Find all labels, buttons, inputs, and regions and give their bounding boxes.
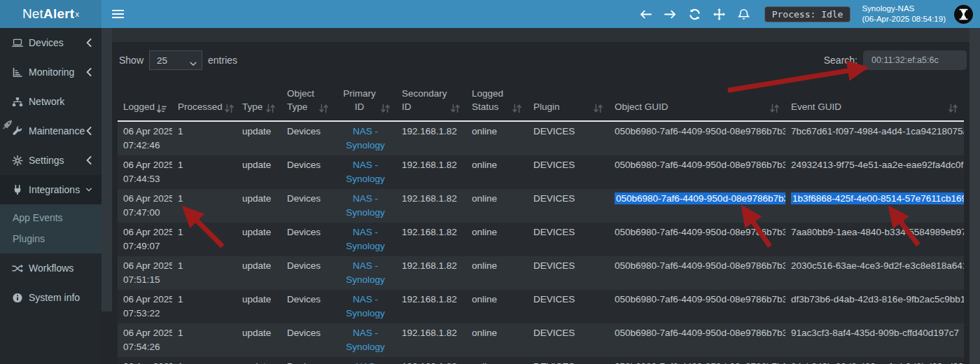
primary-id-link[interactable]: NAS [356,361,375,364]
column-header-logged-status[interactable]: Logged Status [466,83,528,121]
entries-select-value: 25 [157,55,167,66]
column-label: Logged Status [472,87,510,113]
sidebar-item-label: Workflows [29,262,86,274]
device-info: Synology-NAS (06-Apr-2025 08:54:19) [862,4,946,24]
sidebar-item-label: Settings [29,155,86,166]
brand-thin: Net [22,6,43,22]
column-label: Primary ID [340,87,379,113]
object-guid: 050b6980-7af6-4409-950d-08e9786b7b33 [615,227,785,237]
column-label: Event GUID [791,100,946,113]
move-icon[interactable] [713,8,725,20]
sort-both-icon [769,104,780,113]
sidebar-item-monitoring[interactable]: Monitoring [0,57,102,87]
primary-id-link[interactable]: NAS - Synology [346,294,385,318]
column-label: Plugin [533,100,592,113]
sort-both-icon [948,104,958,113]
hamburger-menu-icon[interactable] [112,9,124,19]
event-guid: 7bc67d61-f097-4984-a4d4-1ca94218075a [791,126,964,136]
sidebar-scrollbar-thumb[interactable] [102,28,112,312]
chart-icon [11,66,23,78]
table-row[interactable]: 06 Apr 2025,07:53:22 1 update Devices NA… [118,290,964,323]
page-scrollbar[interactable] [969,28,980,364]
event-guid: 1b3f6868-425f-4e00-8514-57e7611cb169 [791,192,964,204]
events-panel: Show 25 entries Search: Logged Processed… [112,42,969,364]
hourglass-icon [958,8,969,20]
primary-id-link[interactable]: NAS - Synology [346,160,385,184]
sidebar-item-integrations[interactable]: Integrations [0,175,102,204]
sort-both-icon [380,104,391,113]
forward-icon[interactable] [664,8,676,20]
table-controls: Show 25 entries Search: [112,42,969,70]
sidebar-scrollbar[interactable] [102,28,112,364]
table-row[interactable]: 06 Apr 2025,07:54:26 1 update Devices NA… [118,323,964,357]
shuffle-icon [11,262,23,274]
event-guid: 7aa80bb9-1aea-4840-b334-5584989eb972 [791,227,964,237]
chevron-left-icon [86,68,94,76]
column-header-processed[interactable]: Processed [172,83,237,121]
sort-both-icon [224,104,234,113]
sidebar-item-settings[interactable]: Settings [0,146,102,175]
chevron-left-icon [86,38,94,47]
rocket-icon [1,119,13,131]
column-header-primary-id[interactable]: Primary ID [335,83,396,121]
column-header-object-guid[interactable]: Object GUID [609,83,785,121]
column-header-logged[interactable]: Logged [118,83,172,121]
sidebar-item-devices[interactable]: Devices [0,28,102,57]
primary-id-link[interactable]: NAS - Synology [346,260,385,285]
chevron-left-icon [86,127,94,135]
sidebar-item-maintenance[interactable]: Maintenance [0,116,102,146]
chevron-down-icon [86,186,94,194]
search-input[interactable] [863,50,967,70]
sidebar-item-system-info[interactable]: System info [0,283,102,312]
primary-id-link[interactable]: NAS - Synology [346,126,385,150]
sort-both-icon [512,104,522,113]
device-timestamp: (06-Apr-2025 08:54:19) [862,14,946,24]
device-name: Synology-NAS [862,4,946,14]
table-row[interactable]: 06 Apr 2025,07:49:07 1 update Devices NA… [118,223,964,256]
avatar[interactable] [954,5,973,24]
object-guid: 050b6980-7af6-4409-950d-08e9786b7b33 [615,192,785,204]
events-table-header: Logged Processed Type Object Type Primar… [118,83,964,121]
sort-both-icon [318,104,329,113]
column-header-plugin[interactable]: Plugin [528,83,609,121]
table-row[interactable]: 06 Apr 2025,07:42:46 1 update Devices NA… [118,121,964,155]
sidebar-item-plugins[interactable]: Plugins [0,228,102,249]
object-guid: 050b6980-7af6-4409-950d-08e9786b7b33 [615,328,785,338]
column-label: Object Type [287,87,317,113]
bell-icon[interactable] [738,8,750,20]
entries-label: entries [208,55,237,66]
sidebar-item-app-events[interactable]: App Events [0,207,102,228]
event-guid: 24932413-9f75-4e51-aa2e-eae92fa4dc0f [791,160,963,170]
event-guid: 84cb842b-83d2-400a-afed-3d6bd62ed00f [791,361,964,364]
column-header-secondary-id[interactable]: Secondary ID [396,83,466,121]
table-row[interactable]: 06 Apr 2025,07:47:00 1 update Devices NA… [118,189,964,223]
sidebar-item-network[interactable]: Network [0,87,102,116]
sidebar-item-label: Monitoring [29,66,86,78]
app-logo[interactable]: NetAlertx [0,0,102,28]
primary-id-link[interactable]: NAS - Synology [346,328,385,352]
table-row[interactable]: 06 Apr 2025,07:51:15 1 update Devices NA… [118,256,964,290]
primary-id-link[interactable]: NAS - Synology [346,193,385,218]
table-row[interactable]: 06 Apr 2025,07:44:53 1 update Devices NA… [118,155,964,189]
object-guid: 050b6980-7af6-4409-950d-08e9786b7b33 [615,294,785,304]
brand-sup: x [75,10,79,18]
column-header-type[interactable]: Type [237,83,281,121]
entries-select[interactable]: 25 [149,50,202,70]
search-label: Search: [824,55,858,66]
object-guid: 050b6980-7af6-4409-950d-08e9786b7b33 [615,126,785,136]
table-row[interactable]: 06 Apr 2025, 1 update Devices NAS 192.16… [118,357,964,364]
primary-id-link[interactable]: NAS - Synology [346,227,385,251]
sort-both-icon [265,104,276,113]
sidebar-nav: Devices Monitoring Network Maintenance S… [0,28,102,364]
chevron-left-icon [86,156,94,164]
column-label: Processed [178,100,223,113]
brand-bold: Alert [43,6,74,22]
back-icon[interactable] [640,8,652,20]
sidebar-item-workflows[interactable]: Workflows [0,253,102,283]
sidebar-item-label: Maintenance [29,125,86,136]
show-label: Show [119,55,144,66]
column-header-object-type[interactable]: Object Type [281,83,335,121]
main-content: Show 25 entries Search: Logged Processed… [112,28,969,364]
column-header-event-guid[interactable]: Event GUID [785,83,964,121]
refresh-icon[interactable] [689,8,701,20]
